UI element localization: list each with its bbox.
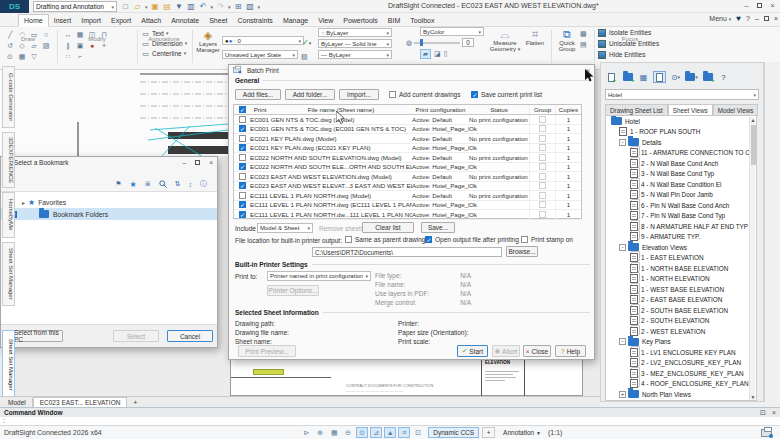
tree-item[interactable]: 5 - N Wall Pin Door Jamb bbox=[606, 190, 756, 201]
redo-icon[interactable]: ↷ bbox=[216, 2, 225, 11]
open-output-checkbox[interactable] bbox=[425, 236, 432, 243]
dynamic-ccs-button[interactable]: Dynamic CCS bbox=[428, 427, 479, 438]
save-list-checkbox[interactable] bbox=[471, 91, 478, 98]
status-toggle-icon[interactable]: ▦ bbox=[328, 427, 340, 438]
row-group-checkbox[interactable] bbox=[539, 154, 546, 161]
row-group-checkbox[interactable] bbox=[539, 163, 546, 170]
tree-item[interactable]: 7 - Pin N Wall Base Cond Typ bbox=[606, 211, 756, 222]
sheet-list-icon[interactable]: ▦ bbox=[637, 71, 650, 83]
add-folder-button[interactable]: Add folder... bbox=[285, 89, 335, 100]
expander-icon[interactable]: - bbox=[619, 244, 626, 251]
ribbon-tab[interactable]: Sheet bbox=[204, 14, 232, 27]
col-config[interactable]: Print configuration bbox=[412, 106, 469, 113]
background-print-icon[interactable] bbox=[761, 429, 772, 437]
search-icon[interactable] bbox=[159, 180, 167, 188]
import-sheet-icon[interactable]: + bbox=[621, 71, 634, 83]
layer-filter-combo[interactable]: ●●○ 0▾ bbox=[222, 36, 304, 45]
recent-icon[interactable]: ⊙▾ bbox=[669, 71, 682, 83]
status-toggle-icon[interactable]: ≡ bbox=[398, 427, 410, 438]
table-row[interactable]: EC021 KEY PLAN.dwg (EC021 KEY PLAN) Acti… bbox=[234, 144, 581, 154]
annotation-button[interactable]: ▭ Centerline ▾ bbox=[141, 48, 187, 58]
save-print-list-option[interactable]: Save current print list bbox=[471, 91, 542, 98]
row-print-checkbox[interactable] bbox=[239, 201, 246, 208]
row-group-checkbox[interactable] bbox=[539, 125, 546, 132]
bm-restore-button[interactable] bbox=[195, 159, 200, 166]
panel-help-icon[interactable]: ? bbox=[717, 71, 730, 83]
line-style-combo[interactable]: ByLayer — Solid line▾ bbox=[318, 39, 392, 48]
row-copies[interactable]: 1 bbox=[556, 144, 581, 151]
tree-item[interactable]: 2 - SOUTH BASE ELEVATION bbox=[606, 305, 756, 316]
add-folder-icon[interactable]: + bbox=[701, 71, 714, 83]
ribbon-tab[interactable]: Home bbox=[18, 14, 49, 27]
table-row[interactable]: EC111 LEVEL 1 PLAN NORTH.dwg (EC111 LEVE… bbox=[234, 201, 581, 211]
row-group-checkbox[interactable] bbox=[539, 135, 546, 142]
cancel-button[interactable]: Cancel bbox=[167, 330, 213, 342]
favorites-heart-icon[interactable]: ♥ bbox=[736, 14, 741, 23]
command-close-icon[interactable]: × bbox=[772, 409, 776, 417]
tree-view-icon[interactable]: ≣ bbox=[145, 180, 151, 188]
row-print-checkbox[interactable] bbox=[239, 173, 246, 180]
tree-item[interactable]: 4 - N Wall Base Condition El bbox=[606, 179, 756, 190]
sort-desc-icon[interactable]: ↕ bbox=[189, 181, 193, 188]
expand-arrow-icon[interactable]: ▸ bbox=[22, 199, 25, 206]
bookmark-folders-row[interactable]: Bookmark Folders bbox=[1, 208, 217, 220]
model-tab[interactable]: Model bbox=[2, 398, 33, 407]
undo-icon[interactable]: ↶ bbox=[199, 2, 208, 11]
row-copies[interactable]: 1 bbox=[556, 211, 581, 218]
more-commands-icon[interactable]: ▾ bbox=[258, 4, 261, 10]
ribbon-tab[interactable]: Annotate bbox=[166, 14, 204, 27]
side-tab-3dexperience[interactable]: 3DEXPERIENCE bbox=[2, 132, 15, 188]
tree-item[interactable]: - Elevation Views bbox=[606, 242, 756, 253]
import-button[interactable]: Import... bbox=[339, 89, 379, 100]
row-print-checkbox[interactable] bbox=[239, 116, 246, 123]
bm-close-button[interactable]: × bbox=[209, 159, 213, 166]
circle-icon[interactable]: ⊙ bbox=[4, 51, 16, 62]
bookmark-dialog-titlebar[interactable]: ⚑ Select a Bookmark – × bbox=[1, 157, 217, 167]
scroll-up-icon[interactable]: ▲ bbox=[750, 117, 756, 124]
close-button[interactable]: × bbox=[768, 1, 777, 10]
side-tab-homebyme[interactable]: HomeByMe bbox=[2, 192, 15, 238]
row-print-checkbox[interactable] bbox=[239, 144, 246, 151]
scroll-thumb[interactable] bbox=[751, 125, 756, 165]
scale-icon[interactable]: ∷ bbox=[62, 51, 74, 62]
row-print-checkbox[interactable] bbox=[239, 125, 246, 132]
transparency-slider[interactable] bbox=[414, 42, 460, 44]
scroll-down-icon[interactable]: ▼ bbox=[750, 394, 756, 401]
properties-panel-icon[interactable]: ◪ bbox=[434, 48, 441, 59]
row-group-checkbox[interactable] bbox=[539, 116, 546, 123]
help-button[interactable]: ?Help bbox=[555, 345, 586, 357]
import-icon[interactable]: ▣ bbox=[151, 2, 160, 11]
status-toggle-icon[interactable]: ⊿ bbox=[370, 427, 382, 438]
tree-item[interactable]: + North Plan Views bbox=[606, 389, 756, 400]
ribbon-tab[interactable]: Import bbox=[76, 14, 106, 27]
row-copies[interactable]: 1 bbox=[556, 154, 581, 161]
row-print-checkbox[interactable] bbox=[239, 211, 246, 218]
side-tab-gcode[interactable]: G-code Generator bbox=[2, 66, 15, 128]
browse-button[interactable]: Browse... bbox=[506, 246, 538, 257]
include-combo[interactable]: Model & Sheet▾ bbox=[257, 223, 313, 233]
fillet-icon[interactable]: ⌐ bbox=[74, 51, 86, 62]
tree-item[interactable]: - Details bbox=[606, 137, 756, 148]
batch-print-titlebar[interactable]: Batch Print × bbox=[229, 65, 594, 75]
ribbon-tab[interactable]: BIM bbox=[383, 14, 405, 27]
ribbon-tab[interactable]: Manage bbox=[278, 14, 313, 27]
bookmark-flag-icon[interactable]: ⚑ bbox=[115, 180, 121, 188]
tree-item[interactable]: 2 - EAST BASE ELEVATION bbox=[606, 295, 756, 306]
row-group-checkbox[interactable] bbox=[539, 144, 546, 151]
menu-button[interactable]: Menu ▾ bbox=[709, 15, 731, 22]
measure-geometry-button[interactable]: ⌓ Measure Geometry ▾ bbox=[488, 28, 522, 52]
same-parent-option[interactable]: Same as parent drawing bbox=[345, 236, 425, 243]
sheet-tab-active[interactable]: EC023 EAST... ELEVATION bbox=[33, 397, 128, 407]
tree-item[interactable]: Hotel bbox=[606, 116, 756, 127]
layer-preview-icon[interactable]: ▧ bbox=[301, 51, 308, 62]
preview-icon[interactable] bbox=[653, 71, 666, 83]
print-stamp-checkbox[interactable] bbox=[521, 236, 528, 243]
ribbon-tab[interactable]: View bbox=[313, 14, 338, 27]
tree-item[interactable]: 8 - N ARMATURE HALF AT END TYP bbox=[606, 221, 756, 232]
status-toggle-icon[interactable]: ⊡ bbox=[412, 427, 424, 438]
side-tab-sheet-set[interactable]: Sheet Set Manager bbox=[2, 242, 15, 306]
expander-icon[interactable]: - bbox=[619, 139, 626, 146]
row-group-checkbox[interactable] bbox=[539, 173, 546, 180]
doc-minimize-button[interactable]: – bbox=[755, 15, 759, 22]
expander-icon[interactable]: - bbox=[619, 338, 626, 345]
